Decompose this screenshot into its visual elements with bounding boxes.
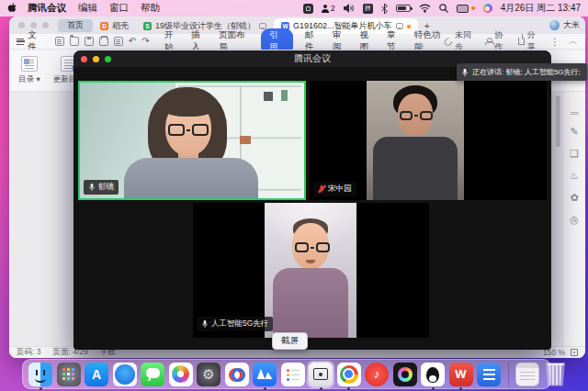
seal-icon[interactable]: ♨	[570, 171, 579, 181]
save-icon[interactable]	[85, 37, 94, 46]
desktop-wallpaper: 腾讯会议 编辑 窗口 帮助 2 拼	[0, 0, 588, 391]
tab-docer[interactable]: D 稻壳	[93, 18, 136, 34]
app-status-icon[interactable]	[303, 4, 313, 14]
app-menu-title[interactable]: 腾讯会议	[28, 2, 66, 15]
video-background	[265, 203, 356, 338]
music-app-icon[interactable]: ♪	[364, 362, 390, 387]
eye-icon[interactable]: ◎	[570, 215, 579, 225]
shapes-icon[interactable]: ❏	[570, 149, 579, 159]
dock: A ⚙ ♪ W	[22, 359, 551, 389]
user-notification-icon[interactable]: 2	[322, 4, 335, 13]
toc-label: 目录 ▾	[18, 74, 40, 85]
screenshot-tool-icon[interactable]	[308, 362, 334, 387]
strip-handle-icon[interactable]	[571, 112, 579, 115]
person-body	[373, 137, 458, 200]
bluetooth-icon[interactable]	[381, 4, 388, 14]
video-tile-participant-1[interactable]: 郁镜	[78, 81, 306, 200]
docs-app-icon[interactable]	[476, 362, 502, 387]
edit-pencil-icon[interactable]: ✎	[570, 127, 578, 137]
volume-icon[interactable]	[344, 4, 355, 13]
dock-tooltip: 截屏	[272, 332, 308, 350]
collapse-ribbon-icon[interactable]: ︿	[569, 35, 578, 48]
mic-on-icon	[88, 183, 96, 192]
tab-docer-label: 稻壳	[112, 20, 129, 32]
battery-icon[interactable]	[396, 5, 411, 12]
tab-home[interactable]: 首页	[58, 19, 93, 32]
system-settings-icon[interactable]: ⚙	[196, 362, 221, 387]
menu-help[interactable]: 帮助	[141, 2, 160, 15]
zoom-button[interactable]	[42, 22, 49, 28]
minimized-window-thumbnail[interactable]	[514, 362, 540, 387]
screen-mirroring-icon[interactable]	[457, 5, 469, 13]
participant-name: 郁镜	[98, 182, 114, 193]
open-folder-icon[interactable]	[70, 37, 79, 46]
messages-icon[interactable]	[140, 362, 165, 387]
side-tool-strip: ✎ ❏ ♨ ✿ ◎	[562, 92, 585, 346]
person-hair-fringe	[160, 91, 217, 117]
wps-menu-row: 文件 ↶ ↷ 开始 插入 页面布局 引用 邮件 审阅 视图 章节 特色功能	[9, 34, 585, 50]
participant-name-badge: 人工智能5G先行	[197, 317, 273, 331]
glasses	[400, 111, 433, 120]
safari-icon[interactable]	[112, 362, 138, 387]
glasses	[295, 242, 330, 252]
mic-on-icon	[461, 68, 469, 77]
menu-bar-clock[interactable]: 4月26日 周二 13:47	[501, 2, 581, 15]
docer-icon: D	[100, 22, 108, 30]
flower-icon[interactable]: ✿	[570, 193, 578, 203]
preview-icon[interactable]	[114, 37, 123, 46]
print-icon[interactable]	[99, 37, 108, 46]
finder-icon[interactable]	[28, 362, 53, 387]
participant-name-badge: 郁镜	[84, 180, 119, 195]
new-doc-icon[interactable]	[55, 37, 64, 46]
launchpad-icon[interactable]	[56, 362, 82, 387]
close-button[interactable]	[18, 22, 25, 28]
video-tile-participant-2[interactable]: 宋中园	[310, 81, 547, 200]
video-tile-participant-3[interactable]: 人工智能5G先行	[193, 203, 429, 338]
rings-app-icon[interactable]	[224, 362, 250, 387]
quick-toolbar: ↶ ↷	[55, 37, 150, 46]
toc-icon	[21, 56, 38, 72]
participant-name: 宋中园	[328, 184, 352, 195]
vertical-scrollbar[interactable]	[556, 95, 560, 147]
photos-icon[interactable]	[168, 362, 194, 387]
chrome-icon[interactable]	[336, 362, 362, 387]
minimize-button[interactable]	[30, 22, 37, 28]
apple-menu-icon[interactable]	[7, 3, 17, 14]
comment-icon[interactable]	[396, 23, 403, 29]
input-method-icon[interactable]: 拼	[363, 4, 373, 14]
shelf-item	[281, 90, 288, 101]
wifi-icon[interactable]	[419, 4, 431, 13]
control-center-icon[interactable]	[483, 4, 492, 13]
share-icon	[518, 38, 525, 45]
app-store-icon[interactable]: A	[84, 362, 109, 387]
fit-page-icon[interactable]	[571, 349, 578, 356]
notification-count: 2	[331, 4, 335, 13]
media-app-icon[interactable]	[392, 362, 418, 387]
undo-icon[interactable]: ↶	[129, 37, 136, 46]
wps-office-icon[interactable]: W	[448, 362, 474, 387]
collaborate-icon	[485, 38, 492, 45]
qq-icon[interactable]	[420, 362, 446, 387]
toc-button[interactable]: 目录 ▾	[18, 56, 40, 85]
trash-icon[interactable]	[543, 362, 569, 387]
tencent-meeting-icon[interactable]	[252, 362, 277, 387]
recording-dot-icon	[471, 6, 475, 10]
dropdown-arrow-icon: ▾	[36, 74, 40, 84]
dock-separator	[508, 363, 509, 386]
participant-name-badge: 宋中园	[313, 182, 356, 196]
shelf-item	[240, 136, 251, 144]
person-icon	[322, 5, 329, 13]
video-background	[367, 81, 464, 200]
comment-icon[interactable]	[259, 23, 266, 29]
speaking-indicator-banner: 正在讲话: 郁镜; 人工智能5G先行;	[457, 63, 587, 81]
spotlight-icon[interactable]	[439, 4, 448, 13]
reminders-icon[interactable]	[280, 362, 306, 387]
redo-icon[interactable]: ↷	[141, 37, 149, 46]
more-options-icon[interactable]: ⋮	[550, 37, 560, 47]
menu-bar: 腾讯会议 编辑 窗口 帮助 2 拼	[0, 0, 588, 17]
menu-window[interactable]: 窗口	[109, 2, 129, 15]
menu-edit[interactable]: 编辑	[78, 2, 97, 15]
hamburger-icon[interactable]	[17, 39, 24, 45]
person-body	[124, 158, 258, 200]
speaking-indicator-text: 正在讲话: 郁镜; 人工智能5G先行;	[472, 67, 581, 77]
